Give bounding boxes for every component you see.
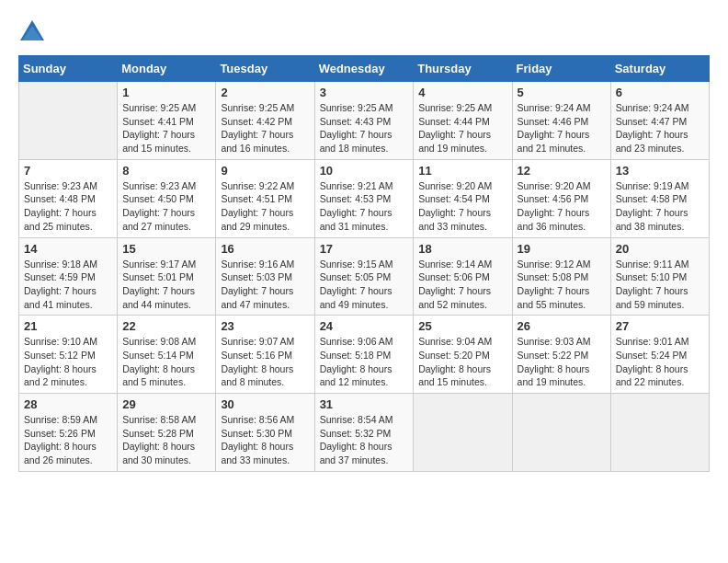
day-info: Sunrise: 9:01 AMSunset: 5:24 PMDaylight:… [616, 335, 704, 389]
logo-icon [18, 18, 46, 46]
day-number: 14 [24, 242, 112, 256]
calendar-day-cell: 27Sunrise: 9:01 AMSunset: 5:24 PMDayligh… [610, 316, 709, 394]
calendar-day-cell: 18Sunrise: 9:14 AMSunset: 5:06 PMDayligh… [414, 237, 512, 316]
day-number: 15 [122, 242, 210, 256]
calendar-week-row: 1Sunrise: 9:25 AMSunset: 4:41 PMDaylight… [19, 82, 710, 160]
day-info: Sunrise: 9:22 AMSunset: 4:51 PMDaylight:… [221, 179, 309, 234]
day-info: Sunrise: 9:16 AMSunset: 5:03 PMDaylight:… [221, 258, 309, 312]
calendar-day-cell: 26Sunrise: 9:03 AMSunset: 5:22 PMDayligh… [512, 316, 610, 394]
weekday-header-row: SundayMondayTuesdayWednesdayThursdayFrid… [19, 56, 710, 82]
calendar-day-cell: 31Sunrise: 8:54 AMSunset: 5:32 PMDayligh… [314, 394, 414, 472]
calendar-day-cell: 29Sunrise: 8:58 AMSunset: 5:28 PMDayligh… [118, 394, 216, 472]
calendar-day-cell: 20Sunrise: 9:11 AMSunset: 5:10 PMDayligh… [610, 237, 709, 316]
day-info: Sunrise: 9:25 AMSunset: 4:44 PMDaylight:… [418, 101, 506, 155]
day-number: 31 [320, 397, 409, 411]
calendar-day-cell: 25Sunrise: 9:04 AMSunset: 5:20 PMDayligh… [414, 316, 512, 394]
day-number: 2 [221, 86, 309, 99]
calendar-day-cell: 21Sunrise: 9:10 AMSunset: 5:12 PMDayligh… [19, 316, 118, 394]
day-number: 1 [122, 86, 210, 99]
calendar-day-cell: 4Sunrise: 9:25 AMSunset: 4:44 PMDaylight… [414, 82, 512, 160]
calendar-day-cell: 17Sunrise: 9:15 AMSunset: 5:05 PMDayligh… [314, 237, 414, 316]
day-info: Sunrise: 9:23 AMSunset: 4:48 PMDaylight:… [24, 179, 112, 234]
day-info: Sunrise: 8:56 AMSunset: 5:30 PMDaylight:… [221, 413, 309, 467]
day-number: 21 [24, 319, 112, 333]
calendar-day-cell: 2Sunrise: 9:25 AMSunset: 4:42 PMDaylight… [216, 82, 314, 160]
day-info: Sunrise: 9:14 AMSunset: 5:06 PMDaylight:… [418, 258, 506, 312]
day-info: Sunrise: 9:20 AMSunset: 4:56 PMDaylight:… [518, 179, 606, 234]
day-number: 16 [221, 242, 309, 256]
weekday-header: Thursday [414, 56, 512, 82]
day-info: Sunrise: 9:19 AMSunset: 4:58 PMDaylight:… [616, 179, 704, 234]
calendar-day-cell: 15Sunrise: 9:17 AMSunset: 5:01 PMDayligh… [118, 237, 216, 316]
calendar-week-row: 7Sunrise: 9:23 AMSunset: 4:48 PMDaylight… [19, 159, 710, 237]
day-info: Sunrise: 9:08 AMSunset: 5:14 PMDaylight:… [122, 335, 210, 389]
calendar-day-cell: 8Sunrise: 9:23 AMSunset: 4:50 PMDaylight… [118, 159, 216, 237]
day-info: Sunrise: 9:25 AMSunset: 4:42 PMDaylight:… [221, 101, 309, 155]
day-info: Sunrise: 9:25 AMSunset: 4:41 PMDaylight:… [122, 101, 210, 155]
calendar-table: SundayMondayTuesdayWednesdayThursdayFrid… [18, 55, 710, 472]
calendar-day-cell: 22Sunrise: 9:08 AMSunset: 5:14 PMDayligh… [118, 316, 216, 394]
calendar-day-cell [414, 394, 512, 472]
calendar-day-cell: 28Sunrise: 8:59 AMSunset: 5:26 PMDayligh… [19, 394, 118, 472]
day-number: 4 [418, 86, 506, 99]
day-info: Sunrise: 9:24 AMSunset: 4:47 PMDaylight:… [616, 101, 704, 155]
day-info: Sunrise: 9:17 AMSunset: 5:01 PMDaylight:… [122, 258, 210, 312]
day-number: 12 [518, 164, 606, 178]
calendar-day-cell: 9Sunrise: 9:22 AMSunset: 4:51 PMDaylight… [216, 159, 314, 237]
calendar-week-row: 21Sunrise: 9:10 AMSunset: 5:12 PMDayligh… [19, 316, 710, 394]
calendar-day-cell [512, 394, 610, 472]
day-number: 30 [221, 397, 309, 411]
day-number: 24 [320, 319, 409, 333]
day-number: 11 [418, 164, 506, 178]
weekday-header: Friday [512, 56, 610, 82]
day-info: Sunrise: 9:12 AMSunset: 5:08 PMDaylight:… [518, 258, 606, 312]
calendar-day-cell: 3Sunrise: 9:25 AMSunset: 4:43 PMDaylight… [314, 82, 414, 160]
calendar-day-cell: 24Sunrise: 9:06 AMSunset: 5:18 PMDayligh… [314, 316, 414, 394]
day-number: 13 [616, 164, 704, 178]
day-number: 8 [122, 164, 210, 178]
calendar-day-cell [610, 394, 709, 472]
day-info: Sunrise: 9:15 AMSunset: 5:05 PMDaylight:… [320, 258, 409, 312]
calendar-day-cell: 1Sunrise: 9:25 AMSunset: 4:41 PMDaylight… [118, 82, 216, 160]
day-number: 17 [320, 242, 409, 256]
day-number: 29 [122, 397, 210, 411]
day-info: Sunrise: 9:06 AMSunset: 5:18 PMDaylight:… [320, 335, 409, 389]
day-number: 18 [418, 242, 506, 256]
logo [18, 18, 50, 46]
calendar-day-cell: 30Sunrise: 8:56 AMSunset: 5:30 PMDayligh… [216, 394, 314, 472]
day-info: Sunrise: 9:04 AMSunset: 5:20 PMDaylight:… [418, 335, 506, 389]
calendar-week-row: 14Sunrise: 9:18 AMSunset: 4:59 PMDayligh… [19, 237, 710, 316]
calendar-day-cell: 10Sunrise: 9:21 AMSunset: 4:53 PMDayligh… [314, 159, 414, 237]
day-info: Sunrise: 9:10 AMSunset: 5:12 PMDaylight:… [24, 335, 112, 389]
calendar-day-cell: 16Sunrise: 9:16 AMSunset: 5:03 PMDayligh… [216, 237, 314, 316]
day-info: Sunrise: 9:11 AMSunset: 5:10 PMDaylight:… [616, 258, 704, 312]
day-number: 20 [616, 242, 704, 256]
day-info: Sunrise: 9:07 AMSunset: 5:16 PMDaylight:… [221, 335, 309, 389]
day-number: 3 [320, 86, 409, 99]
day-info: Sunrise: 8:59 AMSunset: 5:26 PMDaylight:… [24, 413, 112, 467]
day-info: Sunrise: 9:23 AMSunset: 4:50 PMDaylight:… [122, 179, 210, 234]
day-number: 5 [518, 86, 606, 99]
weekday-header: Wednesday [314, 56, 414, 82]
day-number: 9 [221, 164, 309, 178]
day-number: 26 [518, 319, 606, 333]
day-number: 28 [24, 397, 112, 411]
day-number: 7 [24, 164, 112, 178]
day-number: 10 [320, 164, 409, 178]
calendar-day-cell: 11Sunrise: 9:20 AMSunset: 4:54 PMDayligh… [414, 159, 512, 237]
day-info: Sunrise: 9:18 AMSunset: 4:59 PMDaylight:… [24, 258, 112, 312]
day-number: 19 [518, 242, 606, 256]
calendar-day-cell: 6Sunrise: 9:24 AMSunset: 4:47 PMDaylight… [610, 82, 709, 160]
day-number: 27 [616, 319, 704, 333]
day-info: Sunrise: 9:21 AMSunset: 4:53 PMDaylight:… [320, 179, 409, 234]
calendar-week-row: 28Sunrise: 8:59 AMSunset: 5:26 PMDayligh… [19, 394, 710, 472]
weekday-header: Monday [118, 56, 216, 82]
weekday-header: Saturday [610, 56, 709, 82]
day-info: Sunrise: 9:24 AMSunset: 4:46 PMDaylight:… [518, 101, 606, 155]
page-header [18, 18, 710, 46]
calendar-day-cell: 14Sunrise: 9:18 AMSunset: 4:59 PMDayligh… [19, 237, 118, 316]
day-number: 23 [221, 319, 309, 333]
day-number: 22 [122, 319, 210, 333]
weekday-header: Tuesday [216, 56, 314, 82]
day-info: Sunrise: 8:58 AMSunset: 5:28 PMDaylight:… [122, 413, 210, 467]
